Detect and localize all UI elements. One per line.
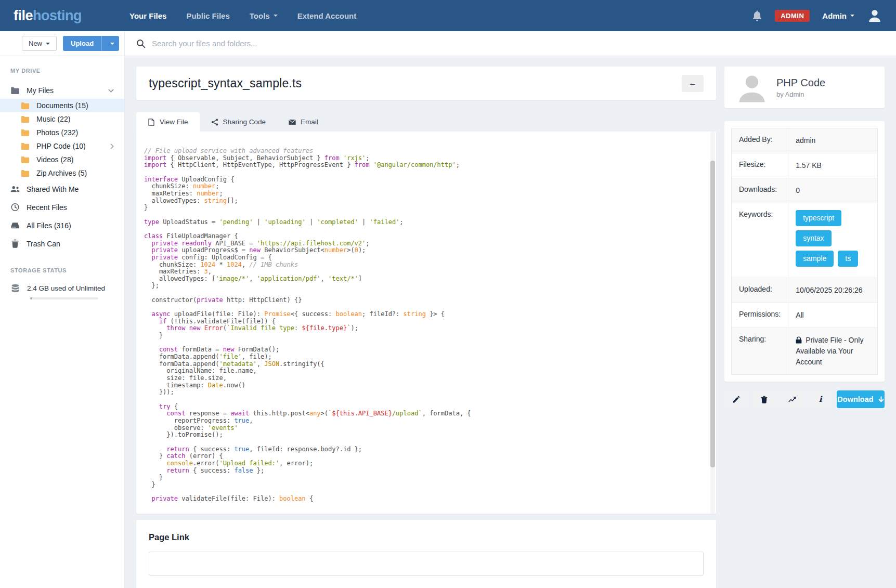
sidebar-folder[interactable]: Zip Archives (5) bbox=[0, 166, 124, 180]
code-line: import { Observable, Subject, BehaviorSu… bbox=[144, 155, 704, 162]
sidebar-folders: Documents (15) Music (22) Photos (232) P… bbox=[0, 99, 124, 180]
tab-view-file[interactable]: View File bbox=[136, 112, 200, 132]
folder-icon bbox=[21, 142, 30, 150]
keyword-tag[interactable]: syntax bbox=[796, 230, 831, 246]
folder-label: Videos (28) bbox=[36, 155, 73, 164]
detail-value: 0 bbox=[788, 178, 878, 203]
code-line: size: file.size, bbox=[144, 375, 704, 382]
download-button[interactable]: Download bbox=[837, 390, 885, 408]
file-details-card: Added By: admin Filesize: 1.57 KB Downlo… bbox=[724, 121, 885, 382]
back-button[interactable]: ← bbox=[682, 75, 704, 92]
detail-value: 1.57 KB bbox=[788, 153, 878, 178]
app: filehosting Your FilesPublic FilesToolsE… bbox=[0, 0, 896, 588]
stats-button[interactable] bbox=[781, 390, 804, 408]
info-button[interactable]: i bbox=[809, 390, 832, 408]
nav-link-extend-account[interactable]: Extend Account bbox=[297, 11, 357, 20]
search-input[interactable] bbox=[152, 39, 608, 48]
code-line: chunkSize: number; bbox=[144, 183, 704, 190]
chevron-right-icon[interactable] bbox=[110, 143, 114, 149]
back-arrow-icon: ← bbox=[689, 79, 697, 87]
logo-file: file bbox=[14, 8, 33, 23]
code-line: private config: UploadConfig = { bbox=[144, 254, 704, 262]
detail-label: Uploaded: bbox=[732, 278, 788, 303]
detail-row: Downloads: 0 bbox=[732, 178, 878, 203]
notifications-bell-icon[interactable] bbox=[752, 10, 762, 21]
content-area: typescript_syntax_sample.ts ← View File … bbox=[125, 56, 896, 588]
owner-folder-name: PHP Code bbox=[776, 77, 825, 89]
tab-label: View File bbox=[160, 118, 188, 126]
code-line: chunkSize: 1024 * 1024, // 1MB chunks bbox=[144, 262, 704, 269]
avatar-icon[interactable] bbox=[867, 8, 882, 23]
chevron-down-icon bbox=[110, 43, 114, 45]
folder-icon bbox=[21, 156, 30, 164]
upload-button[interactable]: Upload bbox=[63, 36, 119, 51]
code-line: type UploadStatus = 'pending' | 'uploadi… bbox=[144, 219, 704, 226]
share-icon bbox=[211, 119, 218, 126]
file-actions: iDownload bbox=[724, 390, 885, 408]
nav-link-tools[interactable]: Tools bbox=[250, 11, 278, 20]
sidebar-folder[interactable]: Music (22) bbox=[0, 112, 124, 126]
detail-row: Filesize: 1.57 KB bbox=[732, 153, 878, 178]
page-link-input[interactable] bbox=[149, 552, 704, 576]
new-button[interactable]: New bbox=[22, 36, 57, 51]
edit-button[interactable] bbox=[724, 390, 748, 408]
user-menu[interactable]: Admin bbox=[822, 11, 854, 20]
code-line: formData.append('metadata', JSON.stringi… bbox=[144, 361, 704, 368]
keyword-tag[interactable]: typescript bbox=[796, 210, 841, 226]
file-tabs: View File Sharing Code Email bbox=[136, 112, 716, 132]
logo[interactable]: filehosting bbox=[14, 8, 82, 24]
storage-progress-fill bbox=[30, 297, 32, 299]
upload-dropdown-toggle[interactable] bbox=[101, 36, 119, 51]
search-bar bbox=[125, 31, 896, 56]
code-line: allowedTypes: string[]; bbox=[144, 198, 704, 205]
detail-row: Added By: admin bbox=[732, 128, 878, 153]
folder-icon bbox=[10, 87, 20, 95]
folder-icon bbox=[21, 169, 30, 177]
sidebar-item-recent-files[interactable]: Recent Files bbox=[0, 198, 124, 216]
keyword-tag[interactable]: ts bbox=[838, 251, 858, 267]
scrollbar-thumb[interactable] bbox=[710, 161, 715, 467]
code-line: private uploadProgress$ = new BehaviorSu… bbox=[144, 247, 704, 254]
owner-avatar-icon bbox=[736, 71, 768, 103]
sidebar-folder[interactable]: Photos (232) bbox=[0, 126, 124, 139]
tab-sharing-code[interactable]: Sharing Code bbox=[200, 112, 278, 132]
admin-badge: ADMIN bbox=[775, 10, 810, 22]
nav-link-public-files[interactable]: Public Files bbox=[186, 11, 229, 20]
detail-row: Sharing: Private File - Only Available v… bbox=[732, 328, 878, 375]
code-line: formData.append('file', file); bbox=[144, 354, 704, 361]
users-icon bbox=[10, 185, 20, 193]
keyword-tag[interactable]: sample bbox=[796, 251, 834, 267]
code-line bbox=[144, 439, 704, 446]
code-line: try { bbox=[144, 403, 704, 411]
folder-label: Zip Archives (5) bbox=[36, 169, 87, 177]
code-line: async uploadFile(file: File): Promise<{ … bbox=[144, 311, 704, 318]
sidebar-item-my-files[interactable]: My Files bbox=[0, 82, 124, 99]
code-line: maxRetries: number; bbox=[144, 190, 704, 198]
owner-meta: PHP Code by Admin bbox=[776, 77, 825, 98]
lock-icon bbox=[796, 336, 802, 343]
code-line bbox=[144, 339, 704, 347]
main-layout: MY DRIVE My Files Documents (15) Music (… bbox=[0, 56, 896, 588]
tab-email[interactable]: Email bbox=[277, 112, 330, 132]
file-view-column: typescript_syntax_sample.ts ← View File … bbox=[136, 67, 716, 578]
sidebar-folder[interactable]: Videos (28) bbox=[0, 153, 124, 166]
storage-status-label: STORAGE STATUS bbox=[0, 267, 124, 273]
detail-value: 10/06/2025 20:26:26 bbox=[788, 278, 878, 303]
folder-icon bbox=[21, 115, 30, 123]
sidebar-item-trash-can[interactable]: Trash Can bbox=[0, 234, 124, 253]
upload-button-label: Upload bbox=[63, 36, 101, 51]
sidebar-folder[interactable]: PHP Code (10) bbox=[0, 139, 124, 153]
folder-label: Music (22) bbox=[36, 115, 70, 123]
sidebar-folder[interactable]: Documents (15) bbox=[0, 99, 124, 112]
code-scrollbar[interactable] bbox=[710, 132, 715, 514]
nav-link-your-files[interactable]: Your Files bbox=[129, 11, 166, 20]
code-block: // File upload service with advanced fea… bbox=[144, 148, 704, 503]
sidebar-item-all-files-316-[interactable]: All Files (316) bbox=[0, 216, 124, 234]
trash-icon bbox=[10, 239, 20, 248]
sidebar-item-shared-with-me[interactable]: Shared With Me bbox=[0, 180, 124, 198]
code-line bbox=[144, 212, 704, 219]
sidebar-item-label: All Files (316) bbox=[27, 221, 71, 230]
sidebar-item-label: Recent Files bbox=[27, 203, 67, 212]
chevron-down-icon[interactable] bbox=[108, 89, 114, 93]
delete-button[interactable] bbox=[752, 390, 776, 408]
